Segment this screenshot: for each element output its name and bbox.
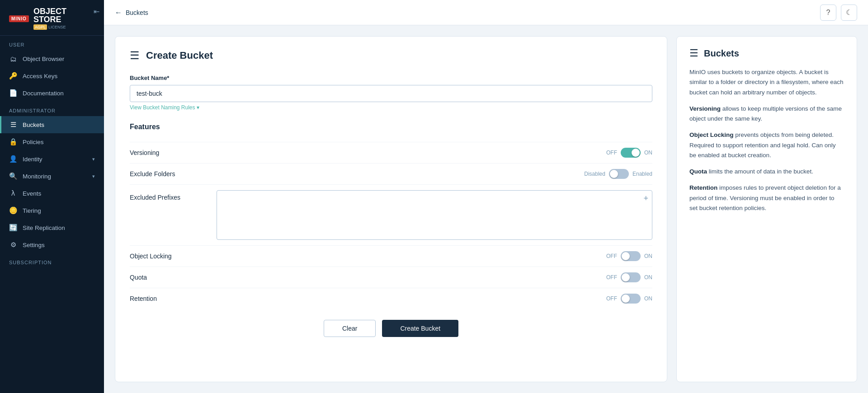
sidebar-item-label: Monitoring — [23, 173, 51, 180]
monitoring-icon: 🔍 — [9, 172, 17, 180]
object-locking-track[interactable] — [621, 251, 641, 261]
documentation-icon: 📄 — [9, 89, 17, 97]
sidebar-item-label: Settings — [23, 242, 45, 248]
sidebar-item-access-keys[interactable]: 🔑 Access Keys — [0, 67, 104, 84]
sidebar-item-events[interactable]: λ Events — [0, 185, 104, 202]
breadcrumb: Buckets — [126, 9, 148, 16]
user-section-label: User — [0, 36, 104, 50]
create-bucket-icon: ☰ — [130, 49, 140, 62]
sidebar-item-label: Documentation — [23, 90, 64, 97]
topbar: ← Buckets ? ☾ — [104, 0, 868, 25]
retention-row: Retention OFF ON — [130, 288, 652, 309]
exclude-folders-control: Disabled Enabled — [584, 169, 652, 179]
versioning-label: Versioning — [130, 149, 211, 156]
sidebar: MINIO OBJECT STORE AGPL LICENSE ⇤ User 🗂… — [0, 0, 104, 393]
sidebar-item-monitoring[interactable]: 🔍 Monitoring ▾ — [0, 168, 104, 185]
create-bucket-button[interactable]: Create Bucket — [382, 320, 458, 337]
sidebar-item-buckets[interactable]: ☰ Buckets — [0, 116, 104, 133]
buckets-icon: ☰ — [9, 121, 17, 129]
exclude-folders-thumb — [610, 170, 618, 178]
exclude-folders-off-label: Disabled — [584, 171, 605, 177]
prefixes-box: + — [217, 190, 652, 240]
object-locking-off-label: OFF — [606, 253, 617, 259]
quota-toggle[interactable] — [621, 272, 641, 282]
sidebar-item-label: Tiering — [23, 207, 41, 214]
policies-icon: 🔒 — [9, 138, 17, 146]
retention-thumb — [622, 295, 630, 303]
object-locking-control: OFF ON — [606, 251, 652, 261]
bucket-name-input[interactable] — [130, 85, 652, 102]
object-locking-toggle[interactable] — [621, 251, 641, 261]
object-locking-label: Object Locking — [130, 253, 211, 260]
action-row: Clear Create Bucket — [130, 320, 652, 337]
sidebar-item-label: Object Browser — [23, 56, 64, 62]
theme-button[interactable]: ☾ — [841, 5, 857, 21]
back-button[interactable]: ← — [115, 9, 122, 17]
info-versioning: Versioning allows to keep multiple versi… — [689, 104, 844, 124]
object-browser-icon: 🗂 — [9, 55, 17, 63]
quota-track[interactable] — [621, 272, 641, 282]
exclude-folders-track[interactable] — [609, 169, 629, 179]
logo-text: OBJECT STORE AGPL LICENSE — [33, 7, 95, 30]
events-icon: λ — [9, 189, 17, 197]
versioning-toggle[interactable] — [621, 148, 641, 158]
sidebar-item-identity[interactable]: 👤 Identity ▾ — [0, 150, 104, 168]
info-object-locking: Object Locking prevents objects from bei… — [689, 130, 844, 160]
quota-off-label: OFF — [606, 274, 617, 281]
sidebar-item-site-replication[interactable]: 🔄 Site Replication — [0, 219, 104, 236]
panel-header: ☰ Create Bucket — [130, 49, 652, 62]
exclude-folders-label: Exclude Folders — [130, 170, 211, 178]
exclude-folders-toggle[interactable] — [609, 169, 629, 179]
retention-label: Retention — [130, 295, 211, 302]
access-keys-icon: 🔑 — [9, 72, 17, 80]
features-section: Features Versioning OFF ON — [130, 123, 652, 309]
sidebar-item-label: Site Replication — [23, 225, 65, 231]
retention-on-label: ON — [644, 295, 652, 302]
minio-logo-icon: MINIO — [9, 15, 29, 22]
versioning-thumb — [632, 149, 640, 157]
bucket-name-label: Bucket Name* — [130, 75, 652, 81]
topbar-left: ← Buckets — [115, 9, 148, 17]
sidebar-item-label: Buckets — [23, 122, 44, 128]
excluded-prefixes-area: + — [217, 190, 652, 240]
info-panel: ☰ Buckets MinIO uses buckets to organize… — [676, 36, 857, 382]
topbar-right: ? ☾ — [820, 5, 857, 21]
sidebar-item-label: Events — [23, 190, 41, 197]
excluded-prefixes-row: Excluded Prefixes + — [130, 184, 652, 245]
quota-on-label: ON — [644, 274, 652, 281]
tiering-icon: 🪙 — [9, 206, 17, 215]
bucket-name-group: Bucket Name* View Bucket Naming Rules ▾ — [130, 75, 652, 111]
exclude-folders-on-label: Enabled — [632, 171, 652, 177]
excluded-prefixes-label: Excluded Prefixes — [130, 190, 211, 201]
sidebar-item-settings[interactable]: ⚙ Settings — [0, 236, 104, 253]
view-rules-link[interactable]: View Bucket Naming Rules ▾ — [130, 104, 199, 111]
retention-toggle[interactable] — [621, 294, 641, 304]
sidebar-item-documentation[interactable]: 📄 Documentation — [0, 84, 104, 102]
subscription-section: Subscription — [0, 253, 104, 268]
help-button[interactable]: ? — [820, 5, 836, 21]
info-retention: Retention imposes rules to prevent objec… — [689, 183, 844, 213]
versioning-track[interactable] — [621, 148, 641, 158]
identity-chevron-icon: ▾ — [92, 156, 95, 162]
quota-row: Quota OFF ON — [130, 267, 652, 288]
sidebar-item-label: Identity — [23, 156, 42, 163]
panel-title: Create Bucket — [146, 50, 213, 61]
license-label: AGPL LICENSE — [33, 24, 95, 30]
main-area: ← Buckets ? ☾ ☰ Create Bucket Bucket Nam… — [104, 0, 868, 393]
info-intro: MinIO uses buckets to organize objects. … — [689, 67, 844, 98]
clear-button[interactable]: Clear — [324, 320, 376, 337]
sidebar-item-label: Access Keys — [23, 73, 57, 80]
object-locking-on-label: ON — [644, 253, 652, 259]
retention-control: OFF ON — [606, 294, 652, 304]
identity-icon: 👤 — [9, 155, 17, 163]
retention-track[interactable] — [621, 294, 641, 304]
create-bucket-panel: ☰ Create Bucket Bucket Name* View Bucket… — [115, 36, 667, 382]
exclude-folders-row: Exclude Folders Disabled Enabled — [130, 163, 652, 184]
sidebar-item-tiering[interactable]: 🪙 Tiering — [0, 202, 104, 219]
object-locking-thumb — [622, 252, 630, 260]
collapse-button[interactable]: ⇤ — [94, 7, 99, 16]
user-section: User 🗂 Object Browser 🔑 Access Keys 📄 Do… — [0, 36, 104, 102]
sidebar-item-object-browser[interactable]: 🗂 Object Browser — [0, 50, 104, 67]
add-prefix-button[interactable]: + — [643, 194, 648, 202]
sidebar-item-policies[interactable]: 🔒 Policies — [0, 133, 104, 150]
